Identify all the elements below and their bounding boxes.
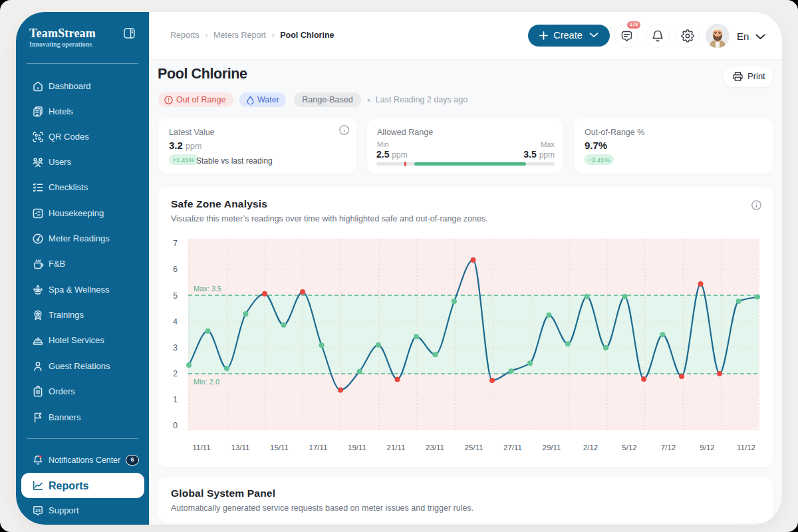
svg-text:25/11: 25/11 bbox=[465, 444, 483, 452]
svg-text:7: 7 bbox=[173, 239, 178, 248]
svg-text:Max: 3.5: Max: 3.5 bbox=[194, 285, 221, 293]
svg-text:21/11: 21/11 bbox=[387, 444, 406, 452]
svg-text:23/11: 23/11 bbox=[426, 444, 444, 452]
svg-text:6: 6 bbox=[173, 265, 178, 274]
svg-text:24: 24 bbox=[35, 508, 41, 513]
svg-text:5: 5 bbox=[173, 291, 178, 301]
svg-text:13/11: 13/11 bbox=[231, 444, 250, 452]
svg-text:29/11: 29/11 bbox=[543, 444, 561, 452]
svg-text:11/11: 11/11 bbox=[192, 444, 210, 452]
svg-text:2: 2 bbox=[173, 369, 178, 378]
svg-text:9/12: 9/12 bbox=[700, 444, 714, 452]
svg-text:2/12: 2/12 bbox=[583, 444, 598, 452]
svg-text:17/11: 17/11 bbox=[309, 444, 328, 452]
svg-text:3: 3 bbox=[173, 343, 178, 352]
svg-text:4: 4 bbox=[173, 317, 178, 327]
svg-text:0: 0 bbox=[173, 421, 178, 430]
svg-text:15/11: 15/11 bbox=[270, 444, 289, 452]
svg-text:7/12: 7/12 bbox=[661, 444, 676, 452]
svg-text:19/11: 19/11 bbox=[348, 444, 366, 452]
svg-text:1: 1 bbox=[173, 395, 178, 404]
svg-text:11/12: 11/12 bbox=[737, 444, 755, 452]
svg-text:5/12: 5/12 bbox=[622, 444, 636, 452]
svg-text:Min: 2.0: Min: 2.0 bbox=[194, 378, 219, 386]
svg-text:27/11: 27/11 bbox=[503, 444, 522, 452]
